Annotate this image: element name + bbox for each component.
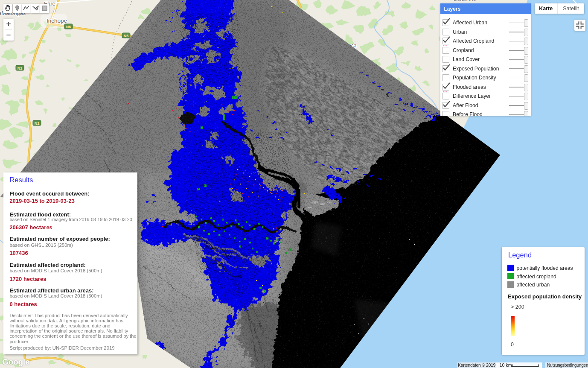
svg-text:N6: N6: [66, 25, 71, 29]
svg-text:Gorarinho: Gorarinho: [453, 0, 476, 2]
svg-text:N6: N6: [124, 34, 129, 38]
svg-text:N1: N1: [35, 121, 40, 126]
svg-text:N1: N1: [17, 66, 23, 70]
svg-text:Inchope: Inchope: [47, 18, 67, 24]
